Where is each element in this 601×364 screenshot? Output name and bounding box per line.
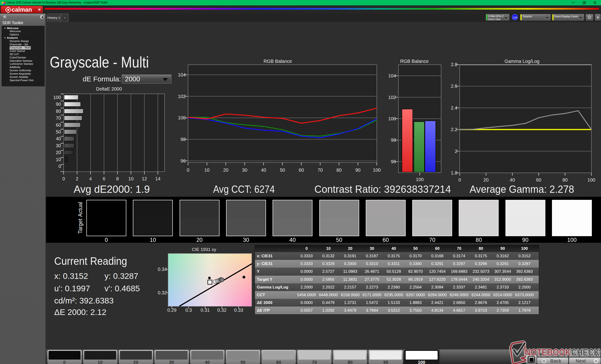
svg-text:2: 2 <box>76 176 78 181</box>
svg-text:20: 20 <box>483 177 489 182</box>
svg-text:6: 6 <box>103 176 105 181</box>
svg-text:14: 14 <box>155 176 160 181</box>
svg-text:60: 60 <box>536 177 541 182</box>
svg-text:10: 10 <box>128 176 134 181</box>
svg-text:80: 80 <box>336 167 341 172</box>
svg-text:100: 100 <box>587 177 595 182</box>
svg-text:0.32: 0.32 <box>217 307 227 313</box>
svg-text:0.32: 0.32 <box>158 290 167 295</box>
svg-text:80: 80 <box>56 109 61 114</box>
svg-text:50: 50 <box>280 167 285 172</box>
svg-text:60: 60 <box>56 122 61 128</box>
svg-text:NOTEBOOK: NOTEBOOK <box>525 347 571 357</box>
svg-text:CHECK: CHECK <box>571 347 600 357</box>
svg-text:40: 40 <box>261 167 266 172</box>
svg-text:0: 0 <box>187 167 189 172</box>
svg-text:30: 30 <box>56 143 61 148</box>
svg-text:100: 100 <box>416 177 423 182</box>
svg-text:20: 20 <box>223 167 229 172</box>
svg-text:100: 100 <box>53 95 61 100</box>
svg-text:70: 70 <box>318 167 323 172</box>
svg-text:4: 4 <box>89 176 92 181</box>
svg-text:10: 10 <box>56 157 61 162</box>
svg-text:90: 90 <box>355 167 360 172</box>
svg-text:calman: calman <box>12 7 32 13</box>
svg-text:20: 20 <box>56 150 61 155</box>
svg-text:50: 50 <box>56 129 61 134</box>
svg-text:8: 8 <box>116 176 119 181</box>
svg-text:80: 80 <box>562 177 568 182</box>
svg-text:40: 40 <box>510 177 515 182</box>
svg-text:0.3: 0.3 <box>185 307 192 313</box>
svg-text:90: 90 <box>56 102 61 107</box>
svg-text:30: 30 <box>242 167 247 172</box>
svg-text:10: 10 <box>204 167 210 172</box>
svg-text:40: 40 <box>56 136 61 141</box>
svg-text:0: 0 <box>62 176 65 181</box>
svg-text:100: 100 <box>373 167 381 172</box>
svg-text:12: 12 <box>142 176 147 181</box>
svg-text:0.31: 0.31 <box>201 307 210 313</box>
svg-text:0.34: 0.34 <box>158 267 167 272</box>
svg-text:60: 60 <box>299 167 304 172</box>
svg-text:0.29: 0.29 <box>167 307 177 313</box>
svg-text:0: 0 <box>458 177 461 182</box>
svg-text:0.33: 0.33 <box>234 307 243 313</box>
svg-text:70: 70 <box>56 115 61 121</box>
